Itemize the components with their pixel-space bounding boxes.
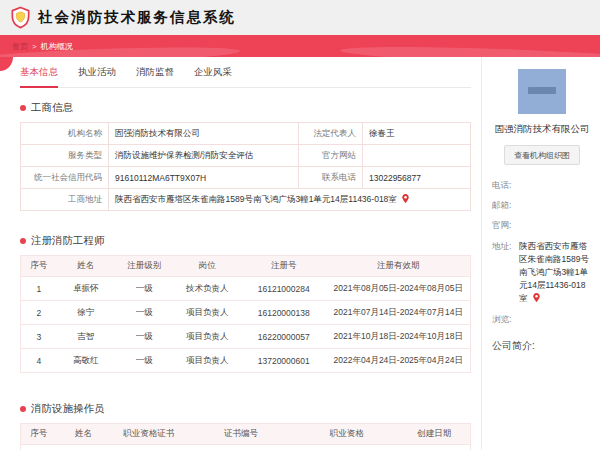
- column-header: 证书编号: [187, 424, 295, 445]
- cell: 戴文强: [57, 445, 111, 450]
- tab-basic-info[interactable]: 基本信息: [20, 66, 58, 88]
- table-row: 统一社会信用代码 91610112MA6TT9X07H 联系电话 1302295…: [21, 167, 471, 189]
- phone-field: 电话:: [492, 179, 592, 192]
- cell: 13720000601: [241, 349, 327, 373]
- field-label: 联系电话: [299, 167, 363, 189]
- breadcrumb-separator: >: [32, 42, 37, 51]
- content-area: 基本信息 执业活动 消防监督 企业风采 工商信息 机构名称 固强消防技术有限公司…: [0, 57, 600, 450]
- field-label: 浏览:: [492, 313, 519, 326]
- bullet-dot-icon: [20, 105, 26, 111]
- cell: 一级: [115, 301, 174, 325]
- cell: 技术负责人: [174, 277, 242, 301]
- field-label: 地址:: [492, 240, 519, 307]
- cell: 1: [21, 277, 57, 301]
- tab-bar: 基本信息 执业活动 消防监督 企业风采: [20, 57, 471, 88]
- app-header: 社会消防技术服务信息系统: [0, 0, 600, 35]
- section-title-text: 注册消防工程师: [31, 234, 105, 248]
- cell: 一级: [115, 277, 174, 301]
- field-label: 邮箱:: [492, 199, 519, 212]
- column-header: 注册号: [241, 256, 327, 277]
- table-row: 工商地址 陕西省西安市雁塔区朱雀南路1589号南飞鸿广场3幢1单元14层1143…: [21, 189, 471, 211]
- email-field: 邮箱:: [492, 199, 592, 212]
- cell: 吉智: [57, 325, 116, 349]
- field-value: [519, 313, 592, 326]
- column-header: 注册有效期: [327, 256, 471, 277]
- website-field: 官网:: [492, 219, 592, 232]
- column-header: 姓名: [57, 256, 116, 277]
- cell: 2021年08月05日-2024年08月05日: [327, 277, 471, 301]
- field-label: 工商地址: [21, 189, 109, 211]
- address-text: 陕西省西安市雁塔区朱雀南路1589号南飞鸿广场3幢1单元14层11436-018…: [115, 194, 397, 204]
- field-value: 91610112MA6TT9X07H: [109, 167, 299, 189]
- view-org-chart-button[interactable]: 查看机构组织图: [504, 145, 580, 165]
- address-text: 陕西省西安市雁塔区朱雀南路1589号南飞鸿广场3幢1单元14层11436-018…: [519, 241, 589, 304]
- cell: 2022-05-12: [399, 445, 471, 450]
- address-field: 地址: 陕西省西安市雁塔区朱雀南路1589号南飞鸿广场3幢1单元14层11436…: [492, 240, 592, 307]
- pin-icon[interactable]: [533, 293, 540, 306]
- cell: 项目负责人: [174, 349, 242, 373]
- cell: 2021年10月18日-2024年10月18日: [327, 325, 471, 349]
- section-title-engineers: 注册消防工程师: [20, 234, 471, 248]
- cell: 徐宁: [57, 301, 116, 325]
- cell: 一级: [115, 325, 174, 349]
- cell: 卓振怀: [57, 277, 116, 301]
- field-value: 消防设施维护保养检测/消防安全评估: [109, 145, 299, 167]
- cell: 一级: [115, 349, 174, 373]
- company-image-placeholder: [518, 69, 566, 114]
- tab-practice-activity[interactable]: 执业活动: [78, 66, 116, 87]
- section-title-business: 工商信息: [20, 101, 471, 115]
- table-header-row: 序号 姓名 职业资格证书 证书编号 职业资格 创建日期: [21, 424, 471, 445]
- column-header: 注册级别: [115, 256, 174, 277]
- page-title: 社会消防技术服务信息系统: [38, 8, 236, 27]
- section-title-text: 消防设施操作员: [31, 402, 105, 416]
- field-label: 服务类型: [21, 145, 109, 167]
- field-label: 机构名称: [21, 123, 109, 145]
- tab-company-gallery[interactable]: 企业风采: [194, 66, 232, 87]
- field-value: 13022956877: [363, 167, 471, 189]
- field-value: [519, 219, 592, 232]
- field-value: 徐春王: [363, 123, 471, 145]
- field-value: [363, 145, 471, 167]
- table-row: 2 徐宁 一级 项目负责人 16120000138 2021年07月14日-20…: [21, 301, 471, 325]
- company-intro-label: 公司简介:: [492, 339, 592, 353]
- field-value: [519, 179, 592, 192]
- company-name: 固强消防技术有限公司: [492, 123, 592, 136]
- field-label: 官网:: [492, 219, 519, 232]
- column-header: 创建日期: [399, 424, 471, 445]
- tab-fire-supervision[interactable]: 消防监督: [136, 66, 174, 87]
- cell: 16121000284: [241, 277, 327, 301]
- column-header: 职业资格证书: [111, 424, 188, 445]
- section-title-text: 工商信息: [31, 101, 73, 115]
- cell: 高敬红: [57, 349, 116, 373]
- cell: 项目负责人: [174, 301, 242, 325]
- breadcrumb-home-link[interactable]: 首页: [12, 41, 28, 52]
- field-value: [519, 199, 592, 212]
- table-row: 服务类型 消防设施维护保养检测/消防安全评估 官方网站: [21, 145, 471, 167]
- bullet-dot-icon: [20, 238, 26, 244]
- cell: 193600302xxxxxx5: [187, 445, 295, 450]
- cell: 四级/中级技能: [111, 445, 188, 450]
- field-label: 统一社会信用代码: [21, 167, 109, 189]
- field-value: 陕西省西安市雁塔区朱雀南路1589号南飞鸿广场3幢1单元14层11436-018…: [109, 189, 471, 211]
- cell: 2021年07月14日-2024年07月14日: [327, 301, 471, 325]
- field-label: 电话:: [492, 179, 519, 192]
- table-row: 1 卓振怀 一级 技术负责人 16121000284 2021年08月05日-2…: [21, 277, 471, 301]
- field-value: 陕西省西安市雁塔区朱雀南路1589号南飞鸿广场3幢1单元14层11436-018…: [519, 240, 592, 307]
- shield-icon: [9, 6, 32, 29]
- breadcrumb-current: 机构概况: [41, 41, 73, 52]
- cell: 16120000138: [241, 301, 327, 325]
- cell: 3: [21, 325, 57, 349]
- field-label: 法定代表人: [299, 123, 363, 145]
- business-info-table: 机构名称 固强消防技术有限公司 法定代表人 徐春王 服务类型 消防设施维护保养检…: [20, 122, 471, 211]
- table-row: 机构名称 固强消防技术有限公司 法定代表人 徐春王: [21, 123, 471, 145]
- table-row: 1 戴文强 四级/中级技能 193600302xxxxxx5 消防设施操作员 2…: [21, 445, 471, 450]
- company-sidebar: 固强消防技术有限公司 查看机构组织图 电话: 邮箱: 官网: 地址: 陕西省西安…: [481, 57, 600, 450]
- field-label: 官方网站: [299, 145, 363, 167]
- cell: 16220000057: [241, 325, 327, 349]
- cell: 2: [21, 301, 57, 325]
- views-field: 浏览:: [492, 313, 592, 326]
- cell: 项目负责人: [174, 325, 242, 349]
- pin-icon[interactable]: [402, 194, 409, 205]
- field-value: 固强消防技术有限公司: [109, 123, 299, 145]
- table-row: 3 吉智 一级 项目负责人 16220000057 2021年10月18日-20…: [21, 325, 471, 349]
